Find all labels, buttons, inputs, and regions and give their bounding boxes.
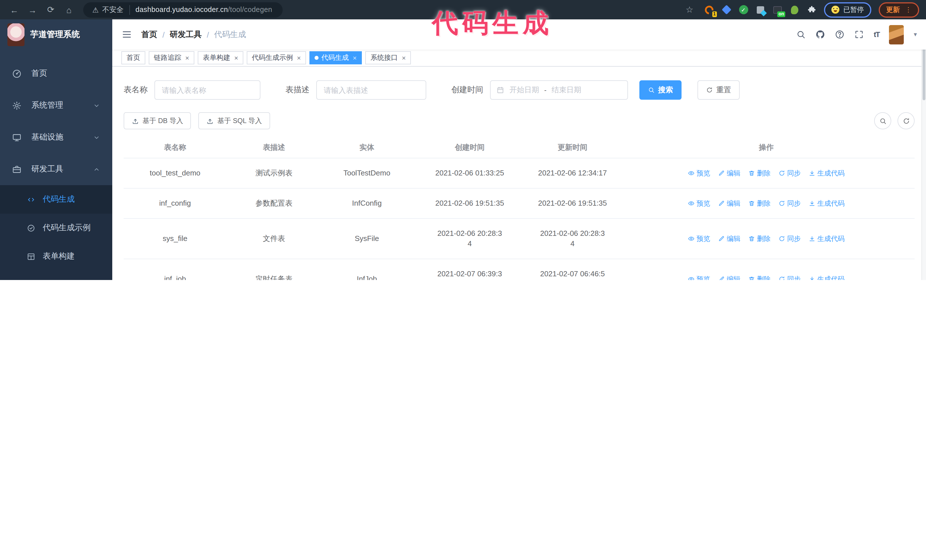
header-search-button[interactable] [796, 30, 806, 39]
delete-action-button[interactable]: 删除 [748, 234, 770, 244]
bookmark-star-button[interactable]: ☆ [682, 2, 697, 17]
sidebar-item-首页[interactable]: 首页 [0, 57, 112, 89]
action-icon [778, 276, 785, 280]
search-button[interactable]: 搜索 [639, 80, 682, 100]
extension-leaf-icon[interactable] [790, 5, 799, 15]
reset-button[interactable]: 重置 [698, 80, 740, 100]
sync-action-button[interactable]: 同步 [778, 198, 800, 208]
extension-grid-icon[interactable] [756, 5, 765, 15]
row-actions: 预览 编辑 删除 同步 生成代码 [620, 198, 912, 208]
close-tab-icon[interactable]: × [402, 54, 406, 62]
search-icon [879, 117, 887, 124]
delete-action-button[interactable]: 删除 [748, 168, 770, 178]
edit-action-button[interactable]: 编辑 [718, 234, 740, 244]
edit-action-button[interactable]: 编辑 [718, 168, 740, 178]
tab-首页[interactable]: 首页 [121, 51, 145, 64]
tab-系统接口[interactable]: 系统接口 × [365, 51, 411, 64]
generate-code-action-button[interactable]: 生成代码 [809, 234, 844, 244]
sidebar-subitem-代码生成[interactable]: 代码生成 [0, 185, 112, 214]
sidebar-subitem-系统接口[interactable]: 系统接口 [0, 270, 112, 280]
close-tab-icon[interactable]: × [353, 54, 357, 62]
help-docs-button[interactable] [835, 30, 844, 39]
extension-on-icon[interactable]: on [773, 5, 782, 15]
github-link[interactable] [816, 30, 825, 39]
generate-code-action-button[interactable]: 生成代码 [809, 274, 844, 280]
browser-forward-button[interactable]: → [25, 2, 40, 17]
sidebar-subitem-表单构建[interactable]: 表单构建 [0, 242, 112, 270]
app-title: 芋道管理系统 [30, 29, 80, 40]
sync-action-button[interactable]: 同步 [778, 274, 800, 280]
delete-action-button[interactable]: 删除 [748, 274, 770, 280]
action-icon [688, 200, 694, 207]
close-tab-icon[interactable]: × [185, 54, 189, 62]
sidebar-item-研发工具[interactable]: 研发工具 [0, 153, 112, 185]
preview-action-button[interactable]: 预览 [688, 168, 710, 178]
chevron-down-icon [93, 102, 100, 109]
eye-icon [688, 170, 694, 177]
create-time-range-picker[interactable]: 开始日期 - 结束日期 [490, 80, 628, 100]
fullscreen-button[interactable] [854, 30, 864, 39]
puzzle-icon [807, 5, 817, 15]
action-icon [718, 276, 725, 280]
tab-代码生成[interactable]: 代码生成 × [309, 51, 362, 64]
paused-profile-badge[interactable]: 已暂停 [824, 2, 871, 17]
page-scrollbar[interactable] [921, 20, 926, 280]
import-db-button[interactable]: 基于 DB 导入 [124, 112, 191, 129]
magnifier-icon [879, 117, 887, 124]
sidebar-item-icon [12, 133, 22, 142]
tab-代码生成示例[interactable]: 代码生成示例 × [247, 51, 306, 64]
search-form: 表名称 表描述 创建时间 开始日期 - 结束日期 [124, 80, 915, 100]
sidebar-item-系统管理[interactable]: 系统管理 [0, 89, 112, 121]
sidebar-item-基础设施[interactable]: 基础设施 [0, 121, 112, 153]
generate-code-action-button[interactable]: 生成代码 [809, 168, 844, 178]
upload-icon [207, 117, 214, 124]
sidebar-subitem-代码生成示例[interactable]: 代码生成示例 [0, 214, 112, 242]
breadcrumb-separator: / [207, 30, 209, 39]
end-date-placeholder[interactable]: 结束日期 [552, 85, 581, 95]
preview-action-button[interactable]: 预览 [688, 234, 710, 244]
cell-table-desc: 测试示例表 [227, 158, 321, 188]
table-name-input[interactable] [154, 80, 260, 100]
tab-表单构建[interactable]: 表单构建 × [198, 51, 243, 64]
browser-home-button[interactable]: ⌂ [62, 2, 76, 17]
import-sql-button[interactable]: 基于 SQL 导入 [198, 112, 270, 129]
breadcrumb-dev-tools[interactable]: 研发工具 [170, 29, 202, 39]
extension-orange-icon[interactable]: 1 [704, 5, 714, 15]
breadcrumb-home[interactable]: 首页 [141, 29, 157, 39]
edit-action-button[interactable]: 编辑 [718, 274, 740, 280]
browser-reload-button[interactable]: ⟳ [43, 2, 58, 17]
user-avatar[interactable] [889, 25, 904, 44]
browser-update-button[interactable]: 更新 ⋮ [879, 2, 919, 17]
edit-action-button[interactable]: 编辑 [718, 198, 740, 208]
update-label: 更新 [886, 5, 900, 15]
tab-链路追踪[interactable]: 链路追踪 × [149, 51, 194, 64]
security-indicator[interactable]: ⚠ 不安全 [92, 5, 130, 15]
sidebar-toggle-button[interactable] [121, 29, 132, 40]
browser-back-button[interactable]: ← [7, 2, 22, 17]
extension-gem-icon[interactable] [722, 5, 731, 15]
close-tab-icon[interactable]: × [234, 54, 238, 62]
extension-check-icon[interactable]: ✓ [738, 5, 748, 15]
app-logo[interactable]: 芋道管理系统 [0, 20, 112, 50]
preview-action-button[interactable]: 预览 [688, 198, 710, 208]
address-bar[interactable]: ⚠ 不安全 dashboard.yudao.iocoder.cn/tool/co… [83, 2, 283, 17]
column-header-创建时间: 创建时间 [412, 137, 527, 158]
close-tab-icon[interactable]: × [297, 54, 301, 62]
refresh-table-button[interactable] [897, 112, 915, 129]
delete-action-button[interactable]: 删除 [748, 198, 770, 208]
generate-code-action-button[interactable]: 生成代码 [809, 198, 844, 208]
kebab-menu-icon[interactable]: ⋮ [905, 6, 912, 14]
user-menu-caret-icon[interactable]: ▾ [914, 31, 917, 38]
font-size-button[interactable]: tT [873, 30, 879, 39]
sync-action-button[interactable]: 同步 [778, 234, 800, 244]
sidebar-subitem-label: 系统接口 [43, 280, 75, 280]
refresh-icon [902, 117, 910, 124]
table-desc-input[interactable] [316, 80, 426, 100]
start-date-placeholder[interactable]: 开始日期 [510, 85, 539, 95]
column-header-操作: 操作 [618, 137, 915, 158]
preview-action-button[interactable]: 预览 [688, 274, 710, 280]
extensions-puzzle-icon[interactable] [807, 5, 817, 15]
toggle-search-button[interactable] [874, 112, 891, 129]
sync-action-button[interactable]: 同步 [778, 168, 800, 178]
eye-icon [688, 200, 694, 207]
